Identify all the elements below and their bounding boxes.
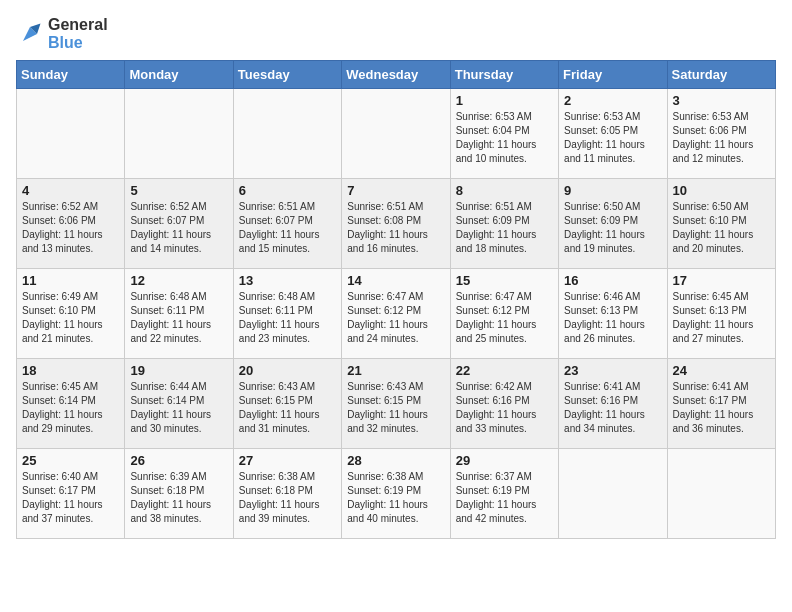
day-info: Sunrise: 6:40 AM Sunset: 6:17 PM Dayligh… xyxy=(22,470,119,526)
calendar-cell: 4Sunrise: 6:52 AM Sunset: 6:06 PM Daylig… xyxy=(17,179,125,269)
day-number: 29 xyxy=(456,453,553,468)
day-info: Sunrise: 6:52 AM Sunset: 6:07 PM Dayligh… xyxy=(130,200,227,256)
calendar-week-row: 1Sunrise: 6:53 AM Sunset: 6:04 PM Daylig… xyxy=(17,89,776,179)
day-number: 5 xyxy=(130,183,227,198)
header-saturday: Saturday xyxy=(667,61,775,89)
calendar-cell: 8Sunrise: 6:51 AM Sunset: 6:09 PM Daylig… xyxy=(450,179,558,269)
day-info: Sunrise: 6:47 AM Sunset: 6:12 PM Dayligh… xyxy=(347,290,444,346)
calendar-cell: 19Sunrise: 6:44 AM Sunset: 6:14 PM Dayli… xyxy=(125,359,233,449)
header-friday: Friday xyxy=(559,61,667,89)
calendar-week-row: 11Sunrise: 6:49 AM Sunset: 6:10 PM Dayli… xyxy=(17,269,776,359)
header-thursday: Thursday xyxy=(450,61,558,89)
calendar-cell: 12Sunrise: 6:48 AM Sunset: 6:11 PM Dayli… xyxy=(125,269,233,359)
day-number: 26 xyxy=(130,453,227,468)
calendar-week-row: 18Sunrise: 6:45 AM Sunset: 6:14 PM Dayli… xyxy=(17,359,776,449)
calendar-cell: 11Sunrise: 6:49 AM Sunset: 6:10 PM Dayli… xyxy=(17,269,125,359)
logo-text: General Blue xyxy=(48,16,108,52)
calendar-cell: 23Sunrise: 6:41 AM Sunset: 6:16 PM Dayli… xyxy=(559,359,667,449)
calendar-cell: 5Sunrise: 6:52 AM Sunset: 6:07 PM Daylig… xyxy=(125,179,233,269)
day-number: 4 xyxy=(22,183,119,198)
day-info: Sunrise: 6:46 AM Sunset: 6:13 PM Dayligh… xyxy=(564,290,661,346)
calendar-cell: 10Sunrise: 6:50 AM Sunset: 6:10 PM Dayli… xyxy=(667,179,775,269)
day-number: 9 xyxy=(564,183,661,198)
day-number: 21 xyxy=(347,363,444,378)
day-number: 1 xyxy=(456,93,553,108)
day-number: 25 xyxy=(22,453,119,468)
header-wednesday: Wednesday xyxy=(342,61,450,89)
calendar-cell: 28Sunrise: 6:38 AM Sunset: 6:19 PM Dayli… xyxy=(342,449,450,539)
day-info: Sunrise: 6:47 AM Sunset: 6:12 PM Dayligh… xyxy=(456,290,553,346)
calendar-cell: 14Sunrise: 6:47 AM Sunset: 6:12 PM Dayli… xyxy=(342,269,450,359)
calendar-cell: 18Sunrise: 6:45 AM Sunset: 6:14 PM Dayli… xyxy=(17,359,125,449)
day-number: 2 xyxy=(564,93,661,108)
calendar-table: SundayMondayTuesdayWednesdayThursdayFrid… xyxy=(16,60,776,539)
day-info: Sunrise: 6:50 AM Sunset: 6:09 PM Dayligh… xyxy=(564,200,661,256)
day-info: Sunrise: 6:51 AM Sunset: 6:08 PM Dayligh… xyxy=(347,200,444,256)
day-info: Sunrise: 6:48 AM Sunset: 6:11 PM Dayligh… xyxy=(239,290,336,346)
day-number: 19 xyxy=(130,363,227,378)
calendar-cell: 25Sunrise: 6:40 AM Sunset: 6:17 PM Dayli… xyxy=(17,449,125,539)
calendar-cell xyxy=(233,89,341,179)
calendar-cell: 6Sunrise: 6:51 AM Sunset: 6:07 PM Daylig… xyxy=(233,179,341,269)
day-info: Sunrise: 6:44 AM Sunset: 6:14 PM Dayligh… xyxy=(130,380,227,436)
calendar-cell: 22Sunrise: 6:42 AM Sunset: 6:16 PM Dayli… xyxy=(450,359,558,449)
calendar-cell xyxy=(17,89,125,179)
day-number: 6 xyxy=(239,183,336,198)
calendar-cell: 26Sunrise: 6:39 AM Sunset: 6:18 PM Dayli… xyxy=(125,449,233,539)
calendar-cell xyxy=(559,449,667,539)
day-number: 24 xyxy=(673,363,770,378)
day-number: 3 xyxy=(673,93,770,108)
day-info: Sunrise: 6:38 AM Sunset: 6:18 PM Dayligh… xyxy=(239,470,336,526)
day-info: Sunrise: 6:43 AM Sunset: 6:15 PM Dayligh… xyxy=(347,380,444,436)
day-info: Sunrise: 6:51 AM Sunset: 6:09 PM Dayligh… xyxy=(456,200,553,256)
day-info: Sunrise: 6:43 AM Sunset: 6:15 PM Dayligh… xyxy=(239,380,336,436)
day-number: 18 xyxy=(22,363,119,378)
calendar-cell: 2Sunrise: 6:53 AM Sunset: 6:05 PM Daylig… xyxy=(559,89,667,179)
day-number: 22 xyxy=(456,363,553,378)
day-info: Sunrise: 6:42 AM Sunset: 6:16 PM Dayligh… xyxy=(456,380,553,436)
calendar-cell: 24Sunrise: 6:41 AM Sunset: 6:17 PM Dayli… xyxy=(667,359,775,449)
day-number: 14 xyxy=(347,273,444,288)
day-number: 7 xyxy=(347,183,444,198)
day-number: 28 xyxy=(347,453,444,468)
day-number: 10 xyxy=(673,183,770,198)
calendar-cell: 9Sunrise: 6:50 AM Sunset: 6:09 PM Daylig… xyxy=(559,179,667,269)
logo-icon xyxy=(16,20,44,48)
day-number: 13 xyxy=(239,273,336,288)
calendar-cell: 15Sunrise: 6:47 AM Sunset: 6:12 PM Dayli… xyxy=(450,269,558,359)
day-info: Sunrise: 6:52 AM Sunset: 6:06 PM Dayligh… xyxy=(22,200,119,256)
day-number: 27 xyxy=(239,453,336,468)
day-info: Sunrise: 6:39 AM Sunset: 6:18 PM Dayligh… xyxy=(130,470,227,526)
calendar-cell: 7Sunrise: 6:51 AM Sunset: 6:08 PM Daylig… xyxy=(342,179,450,269)
calendar-cell: 17Sunrise: 6:45 AM Sunset: 6:13 PM Dayli… xyxy=(667,269,775,359)
day-info: Sunrise: 6:45 AM Sunset: 6:14 PM Dayligh… xyxy=(22,380,119,436)
day-info: Sunrise: 6:41 AM Sunset: 6:16 PM Dayligh… xyxy=(564,380,661,436)
day-info: Sunrise: 6:53 AM Sunset: 6:06 PM Dayligh… xyxy=(673,110,770,166)
day-number: 20 xyxy=(239,363,336,378)
page-header: General Blue xyxy=(16,16,776,52)
header-tuesday: Tuesday xyxy=(233,61,341,89)
header-monday: Monday xyxy=(125,61,233,89)
calendar-cell xyxy=(125,89,233,179)
day-info: Sunrise: 6:49 AM Sunset: 6:10 PM Dayligh… xyxy=(22,290,119,346)
logo: General Blue xyxy=(16,16,108,52)
day-number: 17 xyxy=(673,273,770,288)
header-sunday: Sunday xyxy=(17,61,125,89)
calendar-cell: 27Sunrise: 6:38 AM Sunset: 6:18 PM Dayli… xyxy=(233,449,341,539)
day-info: Sunrise: 6:38 AM Sunset: 6:19 PM Dayligh… xyxy=(347,470,444,526)
day-number: 15 xyxy=(456,273,553,288)
day-number: 23 xyxy=(564,363,661,378)
day-info: Sunrise: 6:53 AM Sunset: 6:05 PM Dayligh… xyxy=(564,110,661,166)
calendar-week-row: 25Sunrise: 6:40 AM Sunset: 6:17 PM Dayli… xyxy=(17,449,776,539)
calendar-cell: 16Sunrise: 6:46 AM Sunset: 6:13 PM Dayli… xyxy=(559,269,667,359)
day-info: Sunrise: 6:41 AM Sunset: 6:17 PM Dayligh… xyxy=(673,380,770,436)
day-info: Sunrise: 6:53 AM Sunset: 6:04 PM Dayligh… xyxy=(456,110,553,166)
day-info: Sunrise: 6:37 AM Sunset: 6:19 PM Dayligh… xyxy=(456,470,553,526)
calendar-cell: 3Sunrise: 6:53 AM Sunset: 6:06 PM Daylig… xyxy=(667,89,775,179)
day-number: 8 xyxy=(456,183,553,198)
day-number: 16 xyxy=(564,273,661,288)
calendar-cell xyxy=(667,449,775,539)
calendar-week-row: 4Sunrise: 6:52 AM Sunset: 6:06 PM Daylig… xyxy=(17,179,776,269)
calendar-cell: 21Sunrise: 6:43 AM Sunset: 6:15 PM Dayli… xyxy=(342,359,450,449)
day-info: Sunrise: 6:45 AM Sunset: 6:13 PM Dayligh… xyxy=(673,290,770,346)
